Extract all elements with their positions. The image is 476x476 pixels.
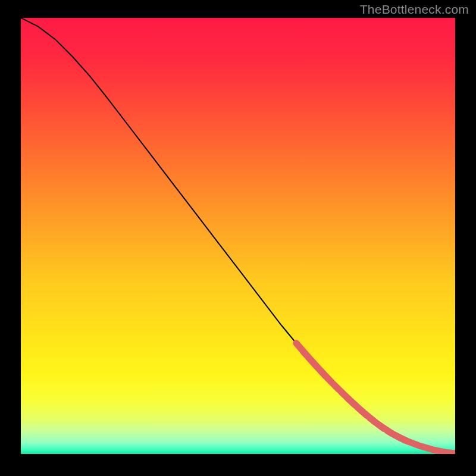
gradient-background bbox=[21, 18, 455, 454]
plot-area bbox=[21, 18, 455, 454]
watermark-text: TheBottleneck.com bbox=[360, 2, 469, 17]
chart-svg bbox=[21, 18, 455, 454]
data-marker bbox=[444, 452, 455, 453]
chart-stage: TheBottleneck.com bbox=[0, 0, 476, 476]
